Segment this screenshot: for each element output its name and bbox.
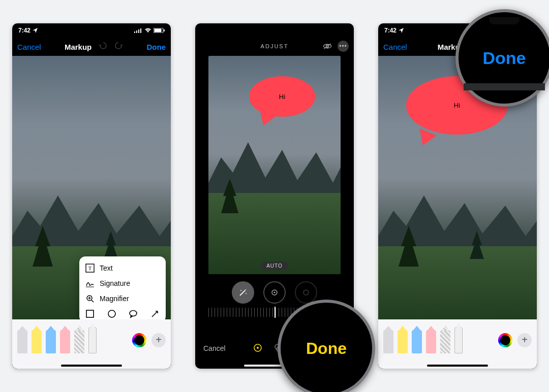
tree-graphic <box>33 226 53 267</box>
adjust-auto-dial[interactable] <box>232 281 254 304</box>
svg-rect-2 <box>138 29 139 33</box>
done-button[interactable]: Done <box>146 43 166 51</box>
eraser-tool[interactable] <box>60 330 70 353</box>
signature-icon <box>85 279 95 288</box>
add-shape-button[interactable]: + <box>517 333 532 347</box>
wifi-icon <box>144 28 151 33</box>
tree-graphic <box>104 231 118 259</box>
adjust-title: ADJUST <box>261 43 289 49</box>
drawing-tools <box>17 327 97 353</box>
home-indicator[interactable] <box>427 365 488 367</box>
highlighter-tool[interactable] <box>32 330 42 353</box>
add-magnifier-item[interactable]: Magnifier <box>84 291 161 306</box>
shape-row <box>84 306 161 319</box>
status-bar <box>195 23 354 39</box>
status-bar: 7:42 <box>12 23 171 38</box>
status-time: 7:42 <box>18 27 30 34</box>
svg-rect-0 <box>134 31 135 33</box>
pen-tool[interactable] <box>17 330 27 353</box>
svg-point-16 <box>130 311 137 316</box>
add-shape-popover: T Text Signature Magnifier <box>79 256 166 322</box>
add-signature-label: Signature <box>100 279 130 287</box>
battery-icon <box>154 28 165 33</box>
shape-speech-bubble[interactable] <box>129 309 138 318</box>
svg-point-20 <box>245 289 246 290</box>
speech-bubble[interactable]: Hi <box>249 76 315 117</box>
markup-toolbar: + <box>378 319 537 369</box>
add-text-item[interactable]: T Text <box>84 260 161 276</box>
callout-done-blue: Done <box>455 9 549 107</box>
bubble-text: Hi <box>279 93 285 101</box>
magnifier-icon <box>85 294 95 303</box>
add-signature-item[interactable]: Signature <box>84 276 161 291</box>
status-time: 7:42 <box>384 27 396 34</box>
status-right <box>134 28 165 33</box>
location-icon <box>399 28 404 33</box>
photo-preview[interactable]: Hi AUTO <box>208 56 341 274</box>
svg-point-21 <box>240 290 241 291</box>
page-title: Markup <box>65 43 92 51</box>
svg-point-15 <box>108 310 115 317</box>
add-text-label: Text <box>100 264 113 272</box>
tree-graphic <box>221 179 238 213</box>
cancel-button[interactable]: Cancel <box>383 43 407 51</box>
home-indicator[interactable] <box>61 365 122 367</box>
lasso-tool[interactable] <box>440 330 450 353</box>
callout-done-blue-label: Done <box>483 48 526 68</box>
adjust-tab-icon <box>252 342 263 353</box>
svg-line-17 <box>152 311 158 317</box>
shape-square[interactable] <box>85 309 95 318</box>
strip-graphic <box>464 83 545 90</box>
redo-button[interactable] <box>114 41 123 52</box>
svg-point-22 <box>246 293 247 294</box>
highlighter-tool[interactable] <box>398 330 408 353</box>
add-shape-button[interactable]: + <box>151 333 166 347</box>
color-picker[interactable] <box>132 333 146 347</box>
tree-graphic <box>399 226 419 267</box>
exposure-icon <box>270 288 279 297</box>
wand-icon <box>238 287 248 298</box>
callout-done-yellow: Done <box>278 300 375 392</box>
lasso-tool[interactable] <box>74 330 84 353</box>
svg-rect-14 <box>86 310 94 317</box>
notch-graphic <box>489 17 520 24</box>
bubble-tail <box>414 128 437 148</box>
svg-line-11 <box>92 300 94 302</box>
ruler-tool[interactable] <box>454 327 463 353</box>
bubble-text: Hi <box>454 102 460 109</box>
markup-screen-add-menu: 7:42 Cancel Markup Done <box>12 23 171 369</box>
adjust-tab[interactable] <box>252 342 263 355</box>
pen-tool[interactable] <box>383 330 393 353</box>
cancel-button[interactable]: Cancel <box>17 43 41 51</box>
color-picker[interactable] <box>498 333 512 347</box>
svg-rect-5 <box>155 29 162 32</box>
visibility-toggle[interactable] <box>322 43 332 50</box>
pencil-tool[interactable] <box>46 330 56 353</box>
svg-rect-1 <box>136 30 137 33</box>
svg-rect-3 <box>140 28 141 33</box>
photo-canvas[interactable]: T Text Signature Magnifier <box>12 56 171 328</box>
markup-toolbar: + <box>12 319 171 369</box>
shape-arrow[interactable] <box>150 309 160 318</box>
text-icon: T <box>85 264 95 273</box>
undo-button[interactable] <box>99 41 108 52</box>
eraser-tool[interactable] <box>426 330 436 353</box>
svg-point-25 <box>303 290 309 295</box>
more-button[interactable]: ••• <box>338 41 349 52</box>
adjust-exposure-dial[interactable] <box>263 281 286 304</box>
svg-point-27 <box>257 347 259 349</box>
signal-icon <box>134 28 142 33</box>
callout-done-yellow-label: Done <box>306 339 347 358</box>
auto-pill[interactable]: AUTO <box>261 262 288 270</box>
adjust-cancel-button[interactable]: Cancel <box>203 344 226 352</box>
shape-circle[interactable] <box>107 309 116 318</box>
adjust-next-dial[interactable] <box>295 281 317 304</box>
svg-point-24 <box>274 292 276 293</box>
drawing-tools <box>383 327 463 353</box>
location-icon <box>33 28 38 33</box>
brilliance-icon <box>301 288 311 297</box>
svg-text:T: T <box>88 266 92 271</box>
ruler-tool[interactable] <box>88 327 97 353</box>
add-magnifier-label: Magnifier <box>100 295 129 303</box>
pencil-tool[interactable] <box>412 330 422 353</box>
